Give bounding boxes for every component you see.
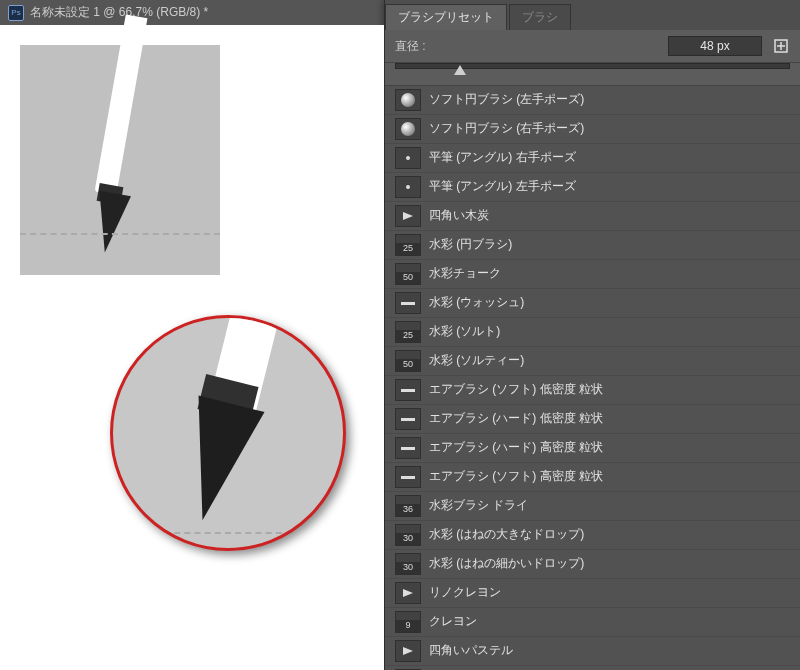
brush-thumb-icon: 36 xyxy=(395,495,421,517)
brush-item[interactable]: 四角いパステル xyxy=(385,637,800,666)
tab-brush-preset[interactable]: ブラシプリセット xyxy=(385,4,507,30)
brush-item[interactable]: 水彩 (ウォッシュ) xyxy=(385,289,800,318)
pen-preview xyxy=(20,45,220,275)
brush-panel: ブラシプリセット ブラシ 直径 : ソフト円ブラシ (左手ポーズ)ソフト円ブラシ… xyxy=(384,0,800,670)
brush-item[interactable]: 30水彩 (はねの細かいドロップ) xyxy=(385,550,800,579)
brush-item-label: リノクレヨン xyxy=(429,585,501,601)
brush-list[interactable]: ソフト円ブラシ (左手ポーズ)ソフト円ブラシ (右手ポーズ)平筆 (アングル) … xyxy=(385,86,800,670)
brush-item-label: ソフト円ブラシ (右手ポーズ) xyxy=(429,121,584,137)
document-tab[interactable]: Ps 名称未設定 1 @ 66.7% (RGB/8) * xyxy=(0,0,384,25)
brush-item-label: エアブラシ (ハード) 低密度 粒状 xyxy=(429,411,603,427)
brush-thumb-icon: 30 xyxy=(395,553,421,575)
brush-item[interactable]: エアブラシ (ハード) 高密度 粒状 xyxy=(385,434,800,463)
brush-size-input[interactable] xyxy=(668,36,762,56)
brush-item[interactable]: 四角い木炭 xyxy=(385,202,800,231)
canvas-area: Ps 名称未設定 1 @ 66.7% (RGB/8) * xyxy=(0,0,384,670)
brush-item[interactable]: 50水彩チョーク xyxy=(385,260,800,289)
brush-thumb-icon: 9 xyxy=(395,611,421,633)
brush-size-number: 30 xyxy=(396,533,420,545)
brush-thumb-icon xyxy=(395,292,421,314)
brush-thumb-icon xyxy=(395,118,421,140)
brush-thumb-icon xyxy=(395,205,421,227)
brush-item-label: 四角い木炭 xyxy=(429,208,489,224)
slider-thumb-icon[interactable] xyxy=(454,65,466,75)
brush-item-label: 四角いパステル xyxy=(429,643,513,659)
brush-item[interactable]: 30水彩 (はねの大きなドロップ) xyxy=(385,521,800,550)
brush-size-row: 直径 : xyxy=(385,30,800,63)
brush-thumb-icon xyxy=(395,147,421,169)
photoshop-icon: Ps xyxy=(8,5,24,21)
brush-item[interactable]: ソフト円ブラシ (左手ポーズ) xyxy=(385,86,800,115)
brush-item-label: 平筆 (アングル) 右手ポーズ xyxy=(429,150,576,166)
brush-item-label: 水彩 (はねの大きなドロップ) xyxy=(429,527,584,543)
brush-item-label: エアブラシ (ソフト) 低密度 粒状 xyxy=(429,382,603,398)
canvas-body[interactable] xyxy=(0,25,384,670)
brush-item[interactable]: エアブラシ (ソフト) 低密度 粒状 xyxy=(385,376,800,405)
brush-thumb-icon xyxy=(395,640,421,662)
brush-thumb-icon xyxy=(395,582,421,604)
detail-zoom-circle xyxy=(110,315,346,551)
brush-item[interactable]: エアブラシ (ハード) 低密度 粒状 xyxy=(385,405,800,434)
brush-item-label: 水彩 (ウォッシュ) xyxy=(429,295,524,311)
brush-size-number: 25 xyxy=(396,330,420,342)
brush-item[interactable]: 25水彩 (円ブラシ) xyxy=(385,231,800,260)
brush-item[interactable]: 平筆 (アングル) 右手ポーズ xyxy=(385,144,800,173)
brush-size-number: 36 xyxy=(396,504,420,516)
brush-thumb-icon xyxy=(395,176,421,198)
brush-thumb-icon: 30 xyxy=(395,524,421,546)
brush-size-number: 25 xyxy=(396,243,420,255)
brush-thumb-icon: 50 xyxy=(395,350,421,372)
brush-item[interactable]: 三角形のパステル xyxy=(385,666,800,670)
brush-item-label: 平筆 (アングル) 左手ポーズ xyxy=(429,179,576,195)
brush-item-label: クレヨン xyxy=(429,614,477,630)
document-title: 名称未設定 1 @ 66.7% (RGB/8) * xyxy=(30,4,208,21)
brush-item-label: 水彩チョーク xyxy=(429,266,501,282)
brush-size-number: 50 xyxy=(396,272,420,284)
brush-item-label: 水彩ブラシ ドライ xyxy=(429,498,528,514)
brush-item[interactable]: 9クレヨン xyxy=(385,608,800,637)
brush-item[interactable]: 50水彩 (ソルティー) xyxy=(385,347,800,376)
brush-thumb-icon xyxy=(395,466,421,488)
brush-size-number: 50 xyxy=(396,359,420,371)
brush-item[interactable]: 36水彩ブラシ ドライ xyxy=(385,492,800,521)
brush-thumb-icon xyxy=(395,89,421,111)
brush-item-label: エアブラシ (ハード) 高密度 粒状 xyxy=(429,440,603,456)
brush-item-label: ソフト円ブラシ (左手ポーズ) xyxy=(429,92,584,108)
panel-tabs: ブラシプリセット ブラシ xyxy=(385,0,800,30)
brush-size-number: 30 xyxy=(396,562,420,574)
brush-thumb-icon xyxy=(395,437,421,459)
brush-options-icon[interactable] xyxy=(772,37,790,55)
size-label: 直径 : xyxy=(395,38,426,55)
brush-size-number: 9 xyxy=(396,620,420,632)
brush-item[interactable]: ソフト円ブラシ (右手ポーズ) xyxy=(385,115,800,144)
brush-item[interactable]: リノクレヨン xyxy=(385,579,800,608)
brush-item[interactable]: 25水彩 (ソルト) xyxy=(385,318,800,347)
brush-thumb-icon: 50 xyxy=(395,263,421,285)
brush-thumb-icon: 25 xyxy=(395,321,421,343)
brush-item[interactable]: 平筆 (アングル) 左手ポーズ xyxy=(385,173,800,202)
brush-item-label: 水彩 (ソルト) xyxy=(429,324,500,340)
brush-item-label: 水彩 (円ブラシ) xyxy=(429,237,512,253)
brush-item-label: 水彩 (はねの細かいドロップ) xyxy=(429,556,584,572)
brush-item[interactable]: エアブラシ (ソフト) 高密度 粒状 xyxy=(385,463,800,492)
tab-brush[interactable]: ブラシ xyxy=(509,4,571,30)
brush-item-label: エアブラシ (ソフト) 高密度 粒状 xyxy=(429,469,603,485)
brush-thumb-icon xyxy=(395,379,421,401)
brush-item-label: 水彩 (ソルティー) xyxy=(429,353,524,369)
brush-thumb-icon xyxy=(395,408,421,430)
brush-size-slider[interactable] xyxy=(385,63,800,86)
brush-thumb-icon: 25 xyxy=(395,234,421,256)
